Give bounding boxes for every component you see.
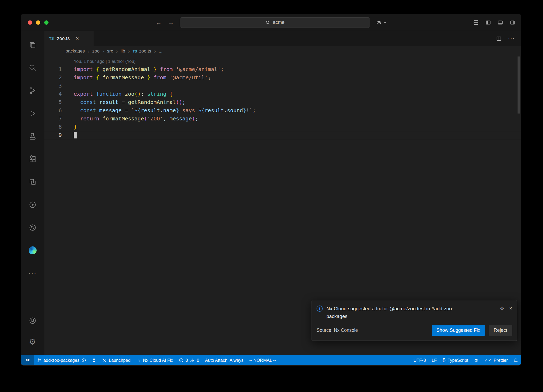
problems-item[interactable]: 0 0 — [176, 355, 202, 365]
notifications-bell-item[interactable] — [511, 355, 521, 365]
code-line[interactable]: 5 const result = getRandomAnimal(); — [44, 98, 521, 106]
code-line[interactable]: 4export function zoo(): string { — [44, 90, 521, 98]
code-line[interactable]: 6 const message = `${result.name} says $… — [44, 106, 521, 115]
gitlens-blame: You, 1 hour ago | 1 author (You) — [44, 58, 521, 65]
braces-icon: {} — [443, 358, 445, 363]
close-window-button[interactable] — [28, 20, 32, 25]
info-icon: i — [317, 306, 323, 312]
code-text: } — [62, 123, 77, 131]
auto-attach-label: Auto Attach: Always — [205, 358, 243, 363]
code-line[interactable]: 9 — [44, 131, 521, 139]
breadcrumb-item[interactable]: ... — [159, 49, 163, 54]
search-icon — [265, 20, 270, 25]
line-number: 3 — [44, 82, 62, 90]
notification-toast: i Nx Cloud suggested a fix for @acme/zoo… — [312, 300, 517, 341]
chevron-down-icon — [383, 21, 387, 24]
language-item[interactable]: {} TypeScript — [440, 355, 471, 365]
eol-item[interactable]: LF — [429, 355, 440, 365]
breadcrumb-separator: › — [128, 48, 130, 54]
formatter-item[interactable]: ✓✓ Prettier — [481, 355, 511, 365]
command-center-search[interactable]: acme — [180, 17, 370, 28]
remote-explorer-icon[interactable] — [25, 171, 41, 193]
toggle-sidebar-right-icon[interactable] — [510, 20, 515, 25]
show-suggested-fix-button[interactable]: Show Suggested Fix — [432, 325, 485, 336]
minimize-window-button[interactable] — [36, 20, 40, 25]
breadcrumb-item[interactable]: packages — [65, 49, 85, 54]
toggle-panel-icon[interactable] — [498, 20, 503, 25]
language-label: TypeScript — [448, 358, 468, 363]
code-line[interactable]: 1import { getRandomAnimal } from '@acme/… — [44, 65, 521, 73]
forward-icon[interactable]: → — [168, 19, 174, 26]
breadcrumb-separator: › — [103, 48, 104, 54]
code-line[interactable]: 7 return formatMessage('ZOO', message); — [44, 115, 521, 123]
zoom-window-button[interactable] — [44, 20, 49, 25]
code-text: return formatMessage('ZOO', message); — [62, 115, 198, 123]
reject-button[interactable]: Reject — [489, 325, 512, 336]
notification-message: Nx Cloud suggested a fix for @acme/zoo:t… — [326, 305, 459, 320]
account-icon[interactable] — [25, 310, 41, 331]
breadcrumb-item[interactable]: lib — [121, 49, 125, 54]
launchpad-item[interactable]: Launchpad — [99, 355, 133, 365]
remote-icon: >< — [25, 358, 29, 363]
explorer-icon[interactable] — [25, 34, 41, 56]
editor-more-actions-icon[interactable]: ··· — [508, 35, 515, 42]
eol-label: LF — [432, 358, 437, 363]
testing-icon[interactable] — [25, 125, 41, 148]
back-icon[interactable]: ← — [155, 19, 162, 26]
ts-file-icon: TS — [49, 36, 54, 41]
split-editor-icon[interactable] — [496, 36, 502, 41]
search-circle-icon[interactable] — [25, 216, 41, 239]
breadcrumb-separator: › — [88, 48, 89, 54]
more-views-icon[interactable]: ··· — [25, 262, 41, 285]
title-bar: ← → acme — [21, 14, 521, 31]
vim-mode-label: -- NORMAL -- — [249, 358, 276, 363]
editor-cursor — [74, 132, 77, 138]
bell-icon — [514, 358, 518, 363]
code-line[interactable]: 8} — [44, 123, 521, 131]
source-control-icon[interactable] — [25, 79, 41, 102]
line-number: 7 — [44, 115, 62, 123]
toggle-sidebar-left-icon[interactable] — [485, 20, 491, 25]
notification-source: Source: Nx Console — [317, 328, 432, 333]
copilot-menu[interactable] — [376, 20, 387, 25]
edge-browser-icon[interactable] — [25, 239, 41, 262]
run-circle-icon[interactable] — [25, 193, 41, 216]
search-sidebar-icon[interactable] — [25, 56, 41, 79]
code-text — [62, 131, 77, 139]
commit-graph-item[interactable] — [89, 355, 99, 365]
notification-settings-icon[interactable]: ⚙ — [500, 305, 504, 312]
tab-label: zoo.ts — [57, 36, 70, 41]
nx-cloud-fix-item[interactable]: Nx Cloud AI Fix — [133, 355, 176, 365]
line-number: 2 — [44, 73, 62, 82]
settings-gear-icon[interactable]: ⚙ — [25, 331, 41, 352]
breadcrumb-item[interactable]: zoo — [92, 49, 99, 54]
editor-scrollbar[interactable] — [518, 56, 520, 114]
breadcrumb: packages›zoo›src›lib›TSzoo.ts›... — [44, 46, 521, 56]
notification-close-icon[interactable]: × — [509, 305, 512, 311]
remote-indicator[interactable]: >< — [21, 355, 34, 365]
extensions-icon[interactable] — [25, 148, 41, 171]
run-debug-icon[interactable] — [25, 102, 41, 125]
code-text: import { formatMessage } from '@acme/uti… — [62, 73, 211, 82]
copilot-status-item[interactable] — [471, 355, 481, 365]
breadcrumb-item[interactable]: src — [107, 49, 113, 54]
activity-bar: ··· ⚙ — [21, 31, 44, 355]
code-text: const message = `${result.name} says ${r… — [62, 106, 256, 115]
breadcrumb-separator: › — [116, 48, 118, 54]
layout-grid-icon[interactable] — [473, 20, 479, 25]
code-line[interactable]: 3 — [44, 82, 521, 90]
code-text: export function zoo(): string { — [62, 90, 173, 98]
breadcrumb-item[interactable]: TSzoo.ts — [133, 49, 151, 54]
line-number: 4 — [44, 90, 62, 98]
branch-item[interactable]: add-zoo-packages — [34, 355, 89, 365]
auto-attach-item[interactable]: Auto Attach: Always — [202, 355, 246, 365]
sparkle-icon — [136, 358, 141, 363]
warning-count: 0 — [197, 358, 199, 363]
vim-mode-item[interactable]: -- NORMAL -- — [246, 355, 279, 365]
git-commit-icon — [92, 358, 96, 363]
encoding-item[interactable]: UTF-8 — [410, 355, 429, 365]
warning-icon — [190, 358, 195, 363]
tab-zoo-ts[interactable]: TS zoo.ts × — [44, 31, 94, 46]
code-line[interactable]: 2import { formatMessage } from '@acme/ut… — [44, 73, 521, 82]
tab-close-icon[interactable]: × — [76, 35, 79, 42]
